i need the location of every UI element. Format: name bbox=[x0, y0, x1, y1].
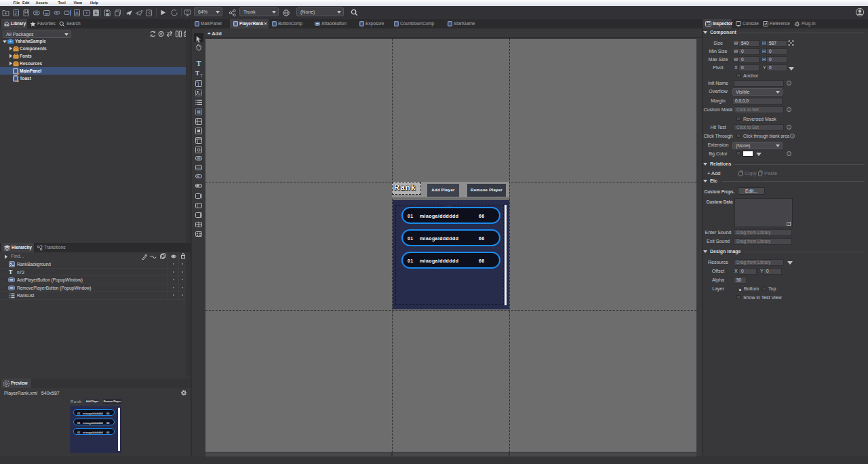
svg-text:T: T bbox=[200, 73, 203, 77]
svg-text:A: A bbox=[75, 10, 79, 16]
svg-text:T: T bbox=[197, 60, 201, 67]
svg-text:T: T bbox=[195, 70, 199, 77]
